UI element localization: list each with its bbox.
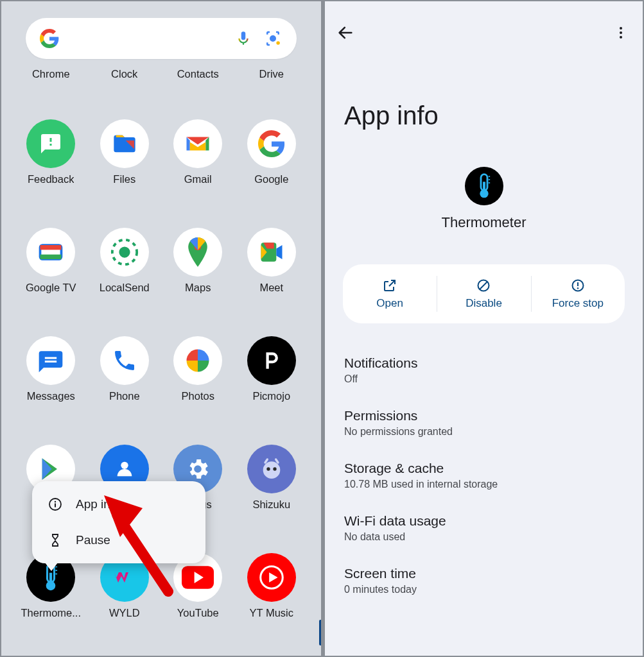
app-context-menu: App info Pause xyxy=(32,481,205,563)
google-search-bar[interactable] xyxy=(26,18,297,59)
app-label: Google xyxy=(254,173,288,185)
context-menu-label: Pause xyxy=(76,533,110,547)
files-icon xyxy=(100,119,149,168)
setting-storage[interactable]: Storage & cache 10.78 MB used in interna… xyxy=(325,449,643,502)
app-cell-feedback[interactable]: Feedback xyxy=(15,119,87,185)
app-label: LocalSend xyxy=(100,282,150,294)
messages-icon xyxy=(26,336,75,385)
svg-point-8 xyxy=(121,462,128,469)
app-label: WYLD xyxy=(109,607,140,619)
setting-title: Wi-Fi data usage xyxy=(344,513,623,529)
svg-point-6 xyxy=(119,246,130,257)
feedback-icon xyxy=(26,119,75,168)
back-button[interactable] xyxy=(336,24,354,42)
app-cell-phone[interactable]: Phone xyxy=(89,336,161,402)
setting-title: Storage & cache xyxy=(344,461,623,476)
svg-point-10 xyxy=(266,467,270,470)
app-label: Messages xyxy=(27,390,75,402)
app-cell-files[interactable]: Files xyxy=(89,119,161,185)
app-cell-google-tv[interactable]: Google TV xyxy=(15,228,87,294)
localsend-icon xyxy=(100,228,149,277)
svg-point-36 xyxy=(577,287,579,289)
app-row: Google TV LocalSend Maps Meet xyxy=(14,228,308,294)
mic-icon[interactable] xyxy=(235,30,252,47)
app-label: Chrome xyxy=(32,68,70,80)
force-stop-icon xyxy=(570,278,586,293)
app-label: Picmojo xyxy=(252,390,290,402)
app-cell-shizuku[interactable]: Shizuku xyxy=(236,445,308,511)
app-label: Files xyxy=(113,173,135,185)
open-button[interactable]: Open xyxy=(343,264,437,323)
app-cell-maps[interactable]: Maps xyxy=(162,228,234,294)
setting-wifi-data[interactable]: Wi-Fi data usage No data used xyxy=(325,502,643,554)
app-info-screen: App info Thermometer Open Disable Force … xyxy=(325,1,643,656)
app-drawer-screen: Chrome Clock Contacts Drive Feedback Fil… xyxy=(1,1,321,656)
hourglass-icon xyxy=(48,533,63,548)
action-label: Force stop xyxy=(552,297,604,310)
phone-icon xyxy=(100,336,149,385)
app-label: Maps xyxy=(185,282,211,294)
setting-permissions[interactable]: Permissions No permissions granted xyxy=(325,397,643,449)
setting-title: Notifications xyxy=(344,355,623,371)
svg-point-9 xyxy=(263,461,280,479)
setting-title: Permissions xyxy=(344,408,623,423)
google-g-icon xyxy=(40,29,59,48)
yt-music-icon xyxy=(247,553,296,602)
setting-title: Screen time xyxy=(344,566,623,581)
svg-point-23 xyxy=(620,27,622,30)
app-label: YouTube xyxy=(177,607,219,619)
app-name: Thermometer xyxy=(441,214,526,231)
svg-rect-22 xyxy=(55,504,56,508)
svg-point-25 xyxy=(620,36,622,38)
app-cell-yt-music[interactable]: YT Music xyxy=(236,553,308,619)
svg-point-1 xyxy=(276,41,280,45)
app-cell-picmojo[interactable]: Picmojo xyxy=(236,336,308,402)
app-cell-gmail[interactable]: Gmail xyxy=(162,119,234,185)
app-info-toolbar xyxy=(325,17,643,49)
shizuku-icon xyxy=(247,445,296,493)
svg-rect-4 xyxy=(40,255,62,259)
action-label: Disable xyxy=(466,297,502,310)
settings-list: Notifications Off Permissions No permiss… xyxy=(325,344,643,607)
app-cell-clock[interactable]: Clock xyxy=(89,68,161,87)
force-stop-button[interactable]: Force stop xyxy=(531,264,625,323)
context-menu-pause[interactable]: Pause xyxy=(32,522,205,558)
app-label: Google TV xyxy=(26,282,76,294)
context-menu-app-info[interactable]: App info xyxy=(32,486,205,522)
scroll-indicator xyxy=(319,620,321,645)
app-label: Gmail xyxy=(184,173,212,185)
app-cell-photos[interactable]: Photos xyxy=(162,336,234,402)
app-cell-localsend[interactable]: LocalSend xyxy=(89,228,161,294)
setting-sub: Off xyxy=(344,373,623,385)
setting-screen-time[interactable]: Screen time 0 minutes today xyxy=(325,554,643,607)
app-cell-drive[interactable]: Drive xyxy=(236,68,308,87)
app-cell-chrome[interactable]: Chrome xyxy=(15,68,87,87)
app-label: Photos xyxy=(182,390,214,402)
app-header: Thermometer xyxy=(325,167,643,231)
info-icon xyxy=(48,497,63,512)
app-row: Chrome Clock Contacts Drive xyxy=(14,68,308,87)
context-menu-label: App info xyxy=(76,497,121,511)
setting-sub: No data used xyxy=(344,531,623,543)
more-options-button[interactable] xyxy=(613,25,629,40)
setting-notifications[interactable]: Notifications Off xyxy=(325,344,643,397)
maps-icon xyxy=(173,228,222,277)
picmojo-icon xyxy=(247,336,296,385)
disable-icon xyxy=(476,278,491,293)
gmail-icon xyxy=(173,119,222,168)
app-label: Shizuku xyxy=(252,499,290,511)
app-cell-contacts[interactable]: Contacts xyxy=(162,68,234,87)
app-label: Phone xyxy=(109,390,140,402)
app-label: Drive xyxy=(259,68,284,80)
google-tv-icon xyxy=(26,228,75,277)
disable-button[interactable]: Disable xyxy=(437,264,530,323)
setting-sub: 10.78 MB used in internal storage xyxy=(344,479,623,490)
app-cell-meet[interactable]: Meet xyxy=(236,228,308,294)
app-label: Thermome... xyxy=(21,607,81,619)
lens-icon[interactable] xyxy=(263,29,283,48)
app-label: YT Music xyxy=(250,607,293,619)
app-cell-google[interactable]: Google xyxy=(236,119,308,185)
app-label: Clock xyxy=(111,68,137,80)
svg-rect-3 xyxy=(40,245,62,250)
app-cell-messages[interactable]: Messages xyxy=(15,336,87,402)
